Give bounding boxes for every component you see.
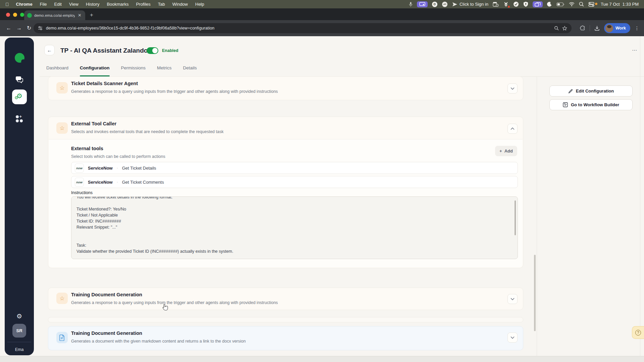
workflow-builder-button[interactable]: Go to Workflow Builder — [549, 99, 633, 110]
browser-tab-strip: demo.ema.co/ai-employees/3 ✕ + — [0, 8, 644, 20]
tool-row-get-ticket-comments[interactable]: now ServiceNow · Get Ticket Comments — [71, 176, 518, 188]
menu-window[interactable]: Window — [169, 2, 192, 7]
tool-row-get-ticket-details[interactable]: now ServiceNow · Get Ticket Details — [71, 162, 518, 174]
menu-history[interactable]: History — [82, 2, 103, 7]
tool-name: Get Ticket Comments — [122, 180, 164, 185]
minimize-window-button[interactable] — [13, 13, 17, 17]
menu-chrome[interactable]: Chrome — [12, 2, 36, 7]
wifi-icon[interactable] — [569, 1, 575, 7]
stage-manager-icon[interactable] — [533, 1, 543, 7]
enabled-toggle[interactable] — [147, 47, 158, 54]
extensions-icon[interactable] — [580, 25, 585, 31]
focus-moon-icon[interactable] — [547, 1, 552, 7]
edit-configuration-button[interactable]: Edit Configuration — [549, 85, 633, 97]
tab-metrics[interactable]: Metrics — [157, 65, 172, 76]
sign-in-status[interactable]: Click to Sign in — [452, 1, 488, 7]
enabled-label: Enabled — [162, 48, 178, 53]
card-description: Selects and invokes external tools that … — [71, 129, 223, 134]
address-bar[interactable]: demo.ema.co/ai-employees/36b0ce15-dc9f-4… — [34, 23, 572, 33]
tab-close-icon[interactable]: ✕ — [77, 13, 82, 18]
new-tab-button[interactable]: + — [90, 12, 93, 18]
card-external-tool-caller[interactable]: ☆ External Tool Caller Selects and invok… — [48, 117, 523, 268]
menu-edit[interactable]: Edit — [51, 2, 65, 7]
tab-configuration[interactable]: Configuration — [80, 65, 109, 76]
menu-bar-time: 1:33 PM — [623, 2, 639, 7]
chat-nav-icon[interactable] — [5, 75, 34, 83]
card-title: Ticket Details Scanner Agent — [71, 81, 138, 86]
expand-chevron-down-icon[interactable] — [507, 83, 518, 94]
close-window-button[interactable] — [6, 13, 10, 17]
zoom-window-button[interactable] — [20, 13, 24, 17]
page-overflow-menu[interactable]: ⋯ — [629, 46, 640, 55]
instruction-line — [76, 200, 507, 206]
card-title: External Tool Caller — [71, 121, 116, 126]
browser-profile-chip[interactable]: Work — [604, 23, 630, 33]
swoosh-app-icon[interactable] — [442, 1, 448, 7]
instructions-textarea[interactable]: You will receive ticket details in the f… — [71, 196, 518, 259]
card-training-doc-generation-agent[interactable]: ☆ Training Document Generation Generates… — [48, 288, 523, 310]
settings-nav-icon[interactable]: ⚙ — [5, 312, 34, 320]
reload-icon[interactable]: ↻ — [27, 25, 31, 32]
nav-ai-employees-active[interactable]: ⚙⚙ — [12, 89, 27, 104]
url-text[interactable]: demo.ema.co/ai-employees/36b0ce15-dc9f-4… — [46, 26, 551, 31]
browser-menu-icon[interactable]: ⋮ — [635, 25, 639, 31]
toggle-knob — [152, 48, 158, 53]
menu-view[interactable]: View — [65, 2, 82, 7]
bookmark-star-icon[interactable] — [562, 26, 567, 31]
tab-details[interactable]: Details — [183, 65, 197, 76]
tab-favicon — [27, 13, 32, 18]
menu-bar-clock[interactable]: Tue 7 Oct 1:33 PM — [601, 2, 639, 7]
tab-dashboard[interactable]: Dashboard — [46, 65, 68, 76]
workflow-builder-label: Go to Workflow Builder — [571, 102, 619, 107]
window-controls — [6, 13, 24, 17]
external-tools-heading: External tools — [71, 146, 103, 151]
main-scrollbar-thumb[interactable] — [534, 255, 536, 331]
site-settings-icon[interactable] — [38, 26, 43, 31]
menu-bookmarks[interactable]: Bookmarks — [103, 2, 132, 7]
shield-icon[interactable] — [523, 1, 528, 7]
browser-tab[interactable]: demo.ema.co/ai-employees/3 ✕ — [24, 10, 85, 20]
settings-app-icon[interactable]: ⚙ — [432, 2, 437, 7]
microphone-icon[interactable] — [409, 1, 413, 7]
tab-permissions[interactable]: Permissions — [121, 65, 146, 76]
control-center-icon[interactable] — [588, 1, 594, 7]
add-tool-button[interactable]: + Add — [495, 146, 517, 156]
forward-nav-icon[interactable]: → — [16, 25, 22, 32]
instructions-content: You will receive ticket details in the f… — [76, 196, 507, 254]
bee-status-icon[interactable] — [503, 1, 509, 7]
check-circle-icon[interactable] — [513, 1, 519, 7]
screen-share-icon[interactable] — [417, 1, 428, 7]
back-nav-icon[interactable]: ← — [6, 25, 11, 32]
card-training-doc-generation-docx[interactable]: Training Document Generation Generates a… — [48, 326, 523, 350]
instructions-label: Instructions — [71, 190, 93, 195]
expand-chevron-down-icon[interactable] — [507, 333, 518, 343]
user-avatar[interactable]: SR — [12, 324, 26, 338]
instruction-line: Validate whether the provided Ticket ID … — [76, 248, 507, 254]
star-agent-icon: ☆ — [56, 122, 68, 134]
add-label: Add — [504, 148, 513, 154]
spotlight-search-icon[interactable] — [579, 1, 584, 7]
macos-menu-bar:  Chrome File Edit View History Bookmark… — [0, 0, 644, 8]
menu-profiles[interactable]: Profiles — [132, 2, 154, 7]
zoom-page-icon[interactable] — [554, 26, 559, 31]
ema-logo[interactable] — [15, 53, 24, 63]
back-button[interactable]: ← — [44, 45, 55, 55]
ai-employees-icon: ⚙⚙ — [15, 93, 24, 101]
window-scrollbar-track — [640, 36, 640, 356]
apps-nav-icon[interactable]: + — [5, 115, 34, 123]
package-status-icon[interactable] — [493, 1, 499, 7]
textarea-scrollbar[interactable] — [515, 200, 516, 235]
menu-help[interactable]: Help — [192, 2, 208, 7]
card-ticket-details-scanner[interactable]: ☆ Ticket Details Scanner Agent Generates… — [48, 76, 523, 100]
menu-tab[interactable]: Tab — [154, 2, 169, 7]
star-agent-icon: ☆ — [56, 82, 68, 94]
collapse-chevron-up-icon[interactable] — [507, 124, 518, 134]
sign-in-label: Click to Sign in — [460, 2, 488, 7]
page-title: TP - AI QA Assistant Zalando — [60, 47, 148, 54]
help-button[interactable]: ? — [632, 326, 644, 339]
expand-chevron-down-icon[interactable] — [507, 294, 518, 304]
apple-menu-icon[interactable]:  — [5, 2, 9, 7]
menu-file[interactable]: File — [36, 2, 51, 7]
collapsed-card-sliver — [48, 317, 523, 322]
downloads-icon[interactable] — [594, 25, 600, 31]
